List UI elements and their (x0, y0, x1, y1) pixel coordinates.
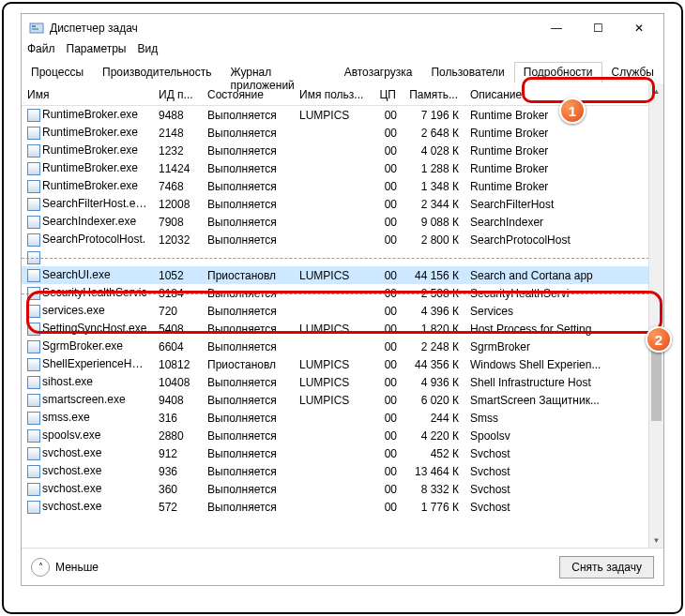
tab-details[interactable]: Подробности (514, 62, 602, 83)
app-icon (29, 21, 44, 36)
process-icon (27, 144, 40, 158)
process-icon (27, 429, 40, 443)
process-list: RuntimeBroker.exe9488ВыполняетсяLUMPICS0… (22, 106, 663, 548)
process-icon (27, 162, 40, 175)
table-row[interactable]: SettingSyncHost.exe5408ВыполняетсяLUMPIC… (22, 320, 663, 338)
process-icon (27, 394, 40, 407)
tab-performance[interactable]: Производительность (93, 62, 221, 83)
table-row[interactable]: services.exe720Выполняется004 396 КServi… (22, 302, 663, 320)
maximize-button[interactable]: ☐ (577, 14, 618, 42)
table-row[interactable]: spoolsv.exe2880Выполняется004 220 КSpool… (22, 427, 663, 444)
close-button[interactable]: ✕ (618, 14, 660, 42)
footer: ˄ Меньше Снять задачу (22, 548, 663, 585)
process-icon (27, 198, 40, 211)
tab-apphistory[interactable]: Журнал приложений (221, 62, 335, 83)
process-icon (27, 180, 40, 193)
chevron-up-icon: ˄ (31, 558, 50, 577)
svg-rect-1 (32, 25, 36, 27)
table-row[interactable]: svchost.exe360Выполняется008 332 КSvchos… (22, 480, 663, 498)
process-icon (27, 127, 40, 140)
table-row[interactable]: sihost.exe10408ВыполняетсяLUMPICS004 936… (22, 373, 663, 391)
table-row[interactable]: SearchIndexer.exe7908Выполняется009 088 … (22, 213, 663, 231)
menu-options[interactable]: Параметры (67, 42, 127, 61)
col-cpu[interactable]: ЦП (371, 88, 403, 101)
details-panel: Имя ИД п... Состояние Имя польз... ЦП Па… (22, 83, 663, 548)
scrollbar[interactable]: ▲ ▼ (648, 83, 663, 548)
menu-file[interactable]: Файл (27, 42, 55, 61)
tabs: Процессы Производительность Журнал прило… (22, 61, 663, 83)
titlebar: Диспетчер задач — ☐ ✕ (22, 14, 663, 42)
svg-rect-2 (32, 28, 38, 30)
menu-view[interactable]: Вид (137, 42, 158, 61)
fewer-details-button[interactable]: ˄ Меньше (31, 558, 99, 577)
menubar: Файл Параметры Вид (22, 42, 663, 61)
table-row[interactable]: svchost.exe912Выполняется00452 КSvchost (22, 444, 663, 462)
process-icon (27, 109, 40, 122)
table-row[interactable]: SgrmBroker.exe6604Выполняется002 248 КSg… (22, 338, 663, 355)
process-icon (27, 269, 40, 282)
annotation-badge-1: 1 (559, 98, 586, 124)
table-row[interactable]: RuntimeBroker.exe2148Выполняется002 648 … (22, 124, 663, 142)
table-row[interactable]: smartscreen.exe9408ВыполняетсяLUMPICS006… (22, 391, 663, 409)
table-row[interactable]: RuntimeBroker.exe11424Выполняется001 288… (22, 159, 663, 177)
tab-startup[interactable]: Автозагрузка (335, 62, 422, 83)
annotation-badge-2: 2 (646, 326, 672, 353)
end-task-button[interactable]: Снять задачу (559, 556, 654, 578)
process-icon (27, 376, 40, 389)
table-row[interactable]: svchost.exe936Выполняется0013 464 КSvcho… (22, 462, 663, 480)
col-name[interactable]: Имя (22, 88, 153, 101)
process-icon (27, 323, 40, 336)
col-user[interactable]: Имя польз... (294, 88, 371, 101)
col-pid[interactable]: ИД п... (153, 88, 202, 101)
table-row[interactable]: RuntimeBroker.exe1232Выполняется004 028 … (22, 142, 663, 159)
scroll-down-icon[interactable]: ▼ (649, 533, 663, 548)
col-desc[interactable]: Описание (464, 88, 648, 101)
process-icon (27, 305, 40, 318)
process-icon (27, 501, 40, 514)
col-mem[interactable]: Память... (403, 88, 464, 101)
table-row[interactable]: smss.exe316Выполняется00244 КSmss (22, 409, 663, 427)
tab-users[interactable]: Пользователи (421, 62, 513, 83)
window-title: Диспетчер задач (50, 22, 536, 35)
process-icon (27, 358, 40, 371)
table-row[interactable] (22, 248, 663, 266)
process-icon (27, 483, 40, 496)
process-icon (27, 287, 40, 300)
process-icon (27, 233, 40, 247)
process-icon (27, 251, 40, 264)
process-icon (27, 447, 40, 460)
table-row[interactable]: SearchProtocolHost.12032Выполняется002 8… (22, 231, 663, 248)
minimize-button[interactable]: — (536, 14, 577, 42)
col-state[interactable]: Состояние (202, 88, 294, 101)
tab-services[interactable]: Службы (602, 62, 663, 83)
process-icon (27, 412, 40, 425)
table-row[interactable]: SecurityHealthServic3184Выполняется002 5… (22, 284, 663, 302)
table-row[interactable]: SearchUI.exe1052ПриостановлLUMPICS0044 1… (22, 266, 663, 284)
table-row[interactable]: RuntimeBroker.exe7468Выполняется001 348 … (22, 177, 663, 195)
table-row[interactable]: ShellExperienceHost.10812ПриостановлLUMP… (22, 355, 663, 373)
tab-processes[interactable]: Процессы (22, 62, 93, 83)
table-row[interactable]: svchost.exe572Выполняется001 776 КSvchos… (22, 498, 663, 516)
scroll-thumb[interactable] (651, 346, 662, 421)
process-icon (27, 340, 40, 353)
process-icon (27, 465, 40, 478)
table-row[interactable]: SearchFilterHost.exe12008Выполняется002 … (22, 195, 663, 213)
scroll-up-icon[interactable]: ▲ (649, 83, 663, 98)
process-icon (27, 216, 40, 229)
